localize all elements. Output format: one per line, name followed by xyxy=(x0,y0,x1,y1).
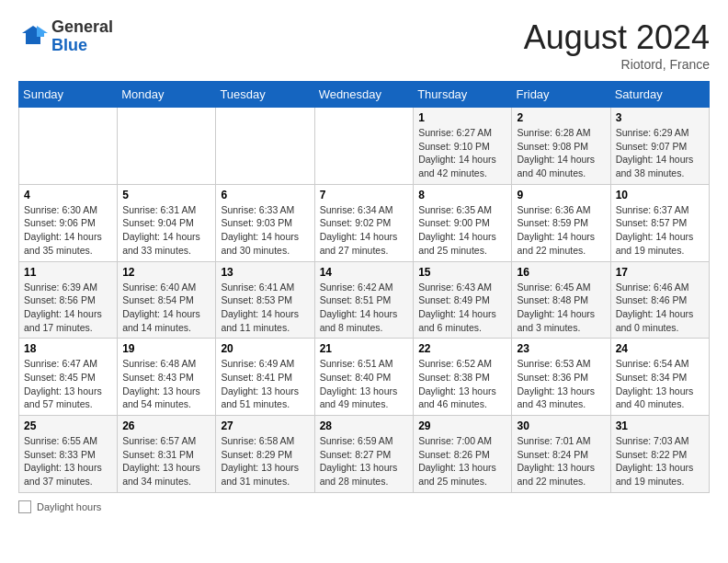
day-number: 20 xyxy=(221,342,309,355)
day-number: 4 xyxy=(24,189,112,201)
day-number: 12 xyxy=(122,266,210,279)
day-detail: Sunrise: 6:35 AM Sunset: 9:00 PM Dayligh… xyxy=(418,203,506,258)
day-detail: Sunrise: 6:29 AM Sunset: 9:07 PM Dayligh… xyxy=(616,126,704,180)
calendar-cell: 8Sunrise: 6:35 AM Sunset: 9:00 PM Daylig… xyxy=(414,184,512,261)
calendar-cell: 10Sunrise: 6:37 AM Sunset: 8:57 PM Dayli… xyxy=(610,184,709,261)
day-number: 16 xyxy=(517,266,605,279)
calendar-cell: 12Sunrise: 6:40 AM Sunset: 8:54 PM Dayli… xyxy=(118,261,216,339)
day-number: 6 xyxy=(221,189,309,201)
day-detail: Sunrise: 6:42 AM Sunset: 8:51 PM Dayligh… xyxy=(320,281,409,335)
calendar-cell: 3Sunrise: 6:29 AM Sunset: 9:07 PM Daylig… xyxy=(610,108,709,185)
calendar-cell: 25Sunrise: 6:55 AM Sunset: 8:33 PM Dayli… xyxy=(19,416,118,493)
day-number: 22 xyxy=(418,342,506,355)
footer: Daylight hours xyxy=(18,500,710,513)
calendar-table: SundayMondayTuesdayWednesdayThursdayFrid… xyxy=(18,81,710,493)
day-detail: Sunrise: 7:03 AM Sunset: 8:22 PM Dayligh… xyxy=(616,434,704,488)
calendar-cell: 15Sunrise: 6:43 AM Sunset: 8:49 PM Dayli… xyxy=(414,261,512,339)
calendar-cell: 29Sunrise: 7:00 AM Sunset: 8:26 PM Dayli… xyxy=(414,416,512,493)
calendar-header-row: SundayMondayTuesdayWednesdayThursdayFrid… xyxy=(19,82,710,108)
day-number: 28 xyxy=(320,419,409,432)
logo-icon xyxy=(18,24,48,50)
day-number: 5 xyxy=(122,189,210,201)
calendar-cell: 30Sunrise: 7:01 AM Sunset: 8:24 PM Dayli… xyxy=(512,416,610,493)
day-number: 26 xyxy=(122,419,210,432)
calendar-cell: 16Sunrise: 6:45 AM Sunset: 8:48 PM Dayli… xyxy=(512,261,610,339)
calendar-cell: 1Sunrise: 6:27 AM Sunset: 9:10 PM Daylig… xyxy=(414,108,512,185)
calendar-week-row: 11Sunrise: 6:39 AM Sunset: 8:56 PM Dayli… xyxy=(19,261,710,339)
day-detail: Sunrise: 6:31 AM Sunset: 9:04 PM Dayligh… xyxy=(122,203,210,258)
day-number: 10 xyxy=(616,189,704,201)
calendar-cell: 5Sunrise: 6:31 AM Sunset: 9:04 PM Daylig… xyxy=(118,184,216,261)
calendar-cell: 4Sunrise: 6:30 AM Sunset: 9:06 PM Daylig… xyxy=(19,184,118,261)
month-year-title: August 2024 xyxy=(524,18,710,57)
calendar-cell: 7Sunrise: 6:34 AM Sunset: 9:02 PM Daylig… xyxy=(314,184,414,261)
day-detail: Sunrise: 7:00 AM Sunset: 8:26 PM Dayligh… xyxy=(418,434,506,488)
calendar-cell: 9Sunrise: 6:36 AM Sunset: 8:59 PM Daylig… xyxy=(512,184,610,261)
day-detail: Sunrise: 6:39 AM Sunset: 8:56 PM Dayligh… xyxy=(24,281,112,335)
calendar-cell: 28Sunrise: 6:59 AM Sunset: 8:27 PM Dayli… xyxy=(314,416,414,493)
day-detail: Sunrise: 6:54 AM Sunset: 8:34 PM Dayligh… xyxy=(616,357,704,411)
calendar-cell: 24Sunrise: 6:54 AM Sunset: 8:34 PM Dayli… xyxy=(610,339,709,416)
day-number: 8 xyxy=(418,189,506,201)
calendar-cell: 27Sunrise: 6:58 AM Sunset: 8:29 PM Dayli… xyxy=(216,416,314,493)
calendar-cell: 17Sunrise: 6:46 AM Sunset: 8:46 PM Dayli… xyxy=(610,261,709,339)
day-detail: Sunrise: 6:46 AM Sunset: 8:46 PM Dayligh… xyxy=(616,281,704,335)
calendar-cell: 14Sunrise: 6:42 AM Sunset: 8:51 PM Dayli… xyxy=(314,261,414,339)
calendar-cell xyxy=(216,108,314,185)
calendar-cell: 26Sunrise: 6:57 AM Sunset: 8:31 PM Dayli… xyxy=(118,416,216,493)
day-number: 24 xyxy=(616,342,704,355)
page-header: General Blue August 2024 Riotord, France xyxy=(18,18,710,72)
day-detail: Sunrise: 6:48 AM Sunset: 8:43 PM Dayligh… xyxy=(122,357,210,411)
day-detail: Sunrise: 6:43 AM Sunset: 8:49 PM Dayligh… xyxy=(418,281,506,335)
calendar-day-header: Sunday xyxy=(19,82,118,108)
calendar-cell xyxy=(314,108,414,185)
title-block: August 2024 Riotord, France xyxy=(524,18,710,72)
day-number: 9 xyxy=(517,189,605,201)
day-number: 2 xyxy=(517,111,605,124)
day-detail: Sunrise: 6:51 AM Sunset: 8:40 PM Dayligh… xyxy=(320,357,409,411)
day-detail: Sunrise: 7:01 AM Sunset: 8:24 PM Dayligh… xyxy=(517,434,605,488)
day-detail: Sunrise: 6:52 AM Sunset: 8:38 PM Dayligh… xyxy=(418,357,506,411)
day-number: 27 xyxy=(221,419,309,432)
day-detail: Sunrise: 6:47 AM Sunset: 8:45 PM Dayligh… xyxy=(24,357,112,411)
day-number: 3 xyxy=(616,111,704,124)
calendar-day-header: Friday xyxy=(512,82,610,108)
calendar-cell: 23Sunrise: 6:53 AM Sunset: 8:36 PM Dayli… xyxy=(512,339,610,416)
day-number: 11 xyxy=(24,266,112,279)
calendar-cell xyxy=(118,108,216,185)
day-number: 23 xyxy=(517,342,605,355)
calendar-cell: 2Sunrise: 6:28 AM Sunset: 9:08 PM Daylig… xyxy=(512,108,610,185)
day-number: 15 xyxy=(418,266,506,279)
day-number: 18 xyxy=(24,342,112,355)
calendar-day-header: Wednesday xyxy=(314,82,414,108)
day-detail: Sunrise: 6:33 AM Sunset: 9:03 PM Dayligh… xyxy=(221,203,309,258)
day-detail: Sunrise: 6:53 AM Sunset: 8:36 PM Dayligh… xyxy=(517,357,605,411)
calendar-week-row: 4Sunrise: 6:30 AM Sunset: 9:06 PM Daylig… xyxy=(19,184,710,261)
calendar-week-row: 1Sunrise: 6:27 AM Sunset: 9:10 PM Daylig… xyxy=(19,108,710,185)
calendar-cell xyxy=(19,108,118,185)
calendar-cell: 20Sunrise: 6:49 AM Sunset: 8:41 PM Dayli… xyxy=(216,339,314,416)
day-number: 7 xyxy=(320,189,409,201)
day-detail: Sunrise: 6:41 AM Sunset: 8:53 PM Dayligh… xyxy=(221,281,309,335)
day-detail: Sunrise: 6:30 AM Sunset: 9:06 PM Dayligh… xyxy=(24,203,112,258)
calendar-cell: 11Sunrise: 6:39 AM Sunset: 8:56 PM Dayli… xyxy=(19,261,118,339)
logo-blue-text: Blue xyxy=(51,37,113,55)
calendar-cell: 21Sunrise: 6:51 AM Sunset: 8:40 PM Dayli… xyxy=(314,339,414,416)
day-number: 14 xyxy=(320,266,409,279)
day-detail: Sunrise: 6:28 AM Sunset: 9:08 PM Dayligh… xyxy=(517,126,605,180)
calendar-cell: 19Sunrise: 6:48 AM Sunset: 8:43 PM Dayli… xyxy=(118,339,216,416)
day-number: 21 xyxy=(320,342,409,355)
calendar-day-header: Saturday xyxy=(610,82,709,108)
day-detail: Sunrise: 6:36 AM Sunset: 8:59 PM Dayligh… xyxy=(517,203,605,258)
day-detail: Sunrise: 6:49 AM Sunset: 8:41 PM Dayligh… xyxy=(221,357,309,411)
svg-marker-1 xyxy=(37,26,48,37)
day-number: 17 xyxy=(616,266,704,279)
calendar-week-row: 25Sunrise: 6:55 AM Sunset: 8:33 PM Dayli… xyxy=(19,416,710,493)
day-number: 29 xyxy=(418,419,506,432)
calendar-cell: 22Sunrise: 6:52 AM Sunset: 8:38 PM Dayli… xyxy=(414,339,512,416)
day-number: 31 xyxy=(616,419,704,432)
day-detail: Sunrise: 6:45 AM Sunset: 8:48 PM Dayligh… xyxy=(517,281,605,335)
day-detail: Sunrise: 6:37 AM Sunset: 8:57 PM Dayligh… xyxy=(616,203,704,258)
calendar-cell: 13Sunrise: 6:41 AM Sunset: 8:53 PM Dayli… xyxy=(216,261,314,339)
day-detail: Sunrise: 6:57 AM Sunset: 8:31 PM Dayligh… xyxy=(122,434,210,488)
